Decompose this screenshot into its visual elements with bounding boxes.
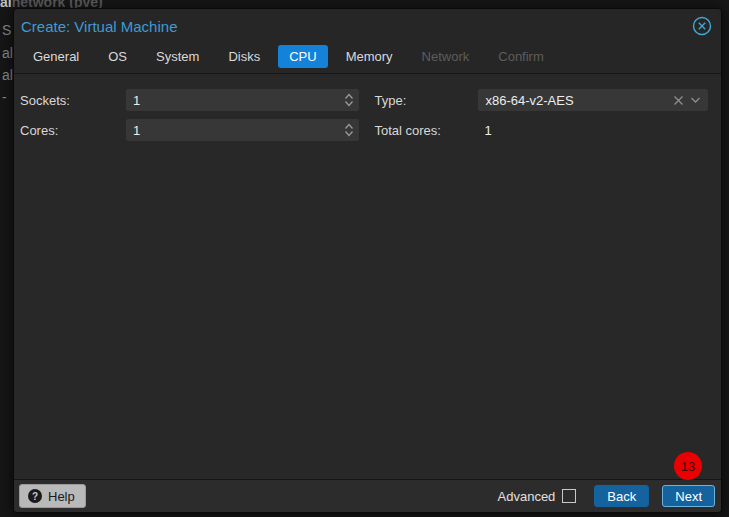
sockets-spinner[interactable]: 1	[126, 89, 359, 111]
total-cores-label: Total cores:	[374, 123, 478, 138]
close-button[interactable]	[691, 15, 713, 37]
cpu-type-combobox[interactable]: x86-64-v2-AES	[478, 89, 708, 111]
tab-memory[interactable]: Memory	[335, 45, 404, 68]
chevron-up-icon	[344, 123, 354, 130]
tab-network: Network	[411, 45, 481, 68]
cores-label: Cores:	[20, 123, 126, 138]
dialog-footer: ? Help Advanced Back Next	[14, 480, 721, 512]
create-vm-dialog: Create: Virtual Machine General OS Syste…	[13, 8, 722, 513]
form-column-right: Type: x86-64-v2-AES Total cores: 1	[374, 89, 715, 479]
chevron-up-icon	[344, 93, 354, 100]
click-count-badge: 13	[674, 452, 702, 480]
advanced-label: Advanced	[498, 489, 556, 504]
clear-x-icon[interactable]	[673, 95, 684, 106]
help-button-label: Help	[48, 489, 75, 504]
chevron-down-icon	[344, 100, 354, 107]
background-edge-text: S	[2, 22, 11, 38]
help-button[interactable]: ? Help	[19, 484, 86, 508]
combo-tools	[673, 95, 707, 106]
sockets-label: Sockets:	[20, 93, 126, 108]
total-cores-row: Total cores: 1	[374, 119, 715, 141]
tab-cpu[interactable]: CPU	[278, 45, 327, 68]
tab-general[interactable]: General	[22, 45, 90, 68]
cpu-type-label: Type:	[374, 93, 478, 108]
background-edge-text: al	[2, 45, 13, 61]
tab-confirm: Confirm	[487, 45, 555, 68]
back-button[interactable]: Back	[594, 485, 649, 507]
cpu-tab-panel: Sockets: 1 Cores: 1	[14, 73, 721, 480]
dropdown-chevron-icon[interactable]	[690, 96, 701, 104]
wizard-tabbar: General OS System Disks CPU Memory Netwo…	[14, 41, 721, 73]
tab-os[interactable]: OS	[97, 45, 138, 68]
background-edge-text: -	[2, 89, 7, 105]
question-mark-icon: ?	[28, 489, 42, 503]
cpu-type-row: Type: x86-64-v2-AES	[374, 89, 715, 111]
spinner-up-down-icons[interactable]	[340, 123, 358, 137]
dialog-header: Create: Virtual Machine	[14, 9, 721, 41]
chevron-down-icon	[344, 130, 354, 137]
advanced-checkbox[interactable]	[562, 489, 576, 503]
tab-system[interactable]: System	[145, 45, 210, 68]
spinner-up-down-icons[interactable]	[340, 93, 358, 107]
next-button[interactable]: Next	[662, 485, 715, 507]
cores-spinner[interactable]: 1	[126, 119, 359, 141]
cores-value[interactable]: 1	[127, 123, 340, 138]
cpu-type-value[interactable]: x86-64-v2-AES	[479, 93, 673, 108]
dialog-title: Create: Virtual Machine	[21, 18, 177, 35]
sockets-value[interactable]: 1	[127, 93, 340, 108]
sockets-row: Sockets: 1	[20, 89, 367, 111]
total-cores-value: 1	[478, 123, 491, 138]
footer-actions: Advanced Back Next	[498, 485, 715, 507]
form-column-left: Sockets: 1 Cores: 1	[20, 89, 367, 479]
circle-x-icon	[692, 16, 712, 36]
cores-row: Cores: 1	[20, 119, 367, 141]
tab-disks[interactable]: Disks	[217, 45, 271, 68]
background-edge-text: al	[2, 67, 13, 83]
